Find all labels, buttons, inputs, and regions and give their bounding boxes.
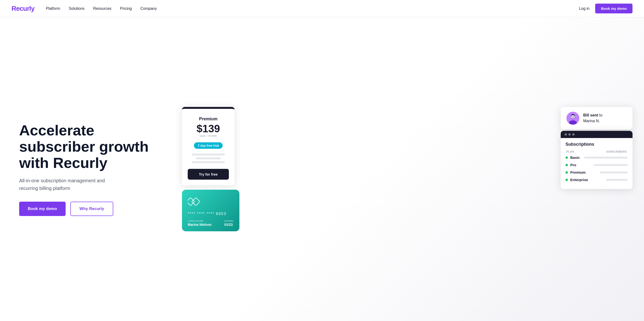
hero-content: Accelerate subscriber growth with Recurl… (19, 122, 172, 216)
plan-features-placeholder (188, 154, 229, 163)
col-plan: PLAN (566, 150, 574, 153)
feature-line-2 (196, 157, 220, 159)
plan-period: user / month (188, 134, 229, 138)
feature-line-3 (192, 161, 225, 163)
hero-title: Accelerate subscriber growth with Recurl… (19, 122, 172, 171)
col-subscribers: SUBSCRIBERS (606, 150, 627, 153)
subscriptions-title: Subscriptions (566, 142, 628, 147)
sub-table-header: PLAN SUBSCRIBERS (566, 150, 628, 153)
sub-row-pro: Pro (566, 163, 628, 167)
window-dot-3 (572, 133, 574, 136)
sub-name-enterprise: Enterprise (570, 178, 604, 182)
card-number: **** **** **** 8653 (188, 212, 234, 216)
logo[interactable]: Recurly (12, 5, 34, 12)
sub-dot-enterprise (566, 179, 568, 181)
sub-bar-pro (594, 164, 628, 166)
card-expires-section: EXPIRES 01/23 (224, 220, 234, 227)
card-holder-label: CARD HOLDER (188, 220, 212, 222)
subscriptions-body: Subscriptions PLAN SUBSCRIBERS Basic Pro (561, 138, 632, 189)
svg-point-4 (572, 116, 572, 117)
hero-subtitle: All-in-one subscription management and r… (19, 177, 172, 192)
hero-illustration: Premium $139 user / month 7 day free tri… (172, 102, 632, 236)
nav-item-platform[interactable]: Platform (46, 6, 60, 10)
credit-card: **** **** **** 8653 CARD HOLDER Marina N… (182, 190, 240, 231)
sub-bar-basic (584, 157, 628, 159)
try-free-button[interactable]: Try for free (188, 169, 229, 180)
bill-sent-card: Bill sent to Marina N. (561, 107, 632, 129)
subscriptions-card: Subscriptions PLAN SUBSCRIBERS Basic Pro (561, 131, 632, 189)
user-avatar (566, 112, 579, 125)
sub-row-enterprise: Enterprise (566, 178, 628, 182)
bill-text: Bill sent to Marina N. (583, 112, 602, 124)
sub-row-basic: Basic (566, 155, 628, 160)
main-nav: Recurly Platform Solutions Resources Pri… (0, 0, 644, 17)
card-expires-label: EXPIRES (224, 220, 234, 222)
why-recurly-button[interactable]: Why Recurly (70, 202, 113, 216)
card-expires-value: 01/23 (224, 223, 234, 227)
sub-name-basic: Basic (570, 155, 582, 160)
nav-item-solutions[interactable]: Solutions (69, 6, 84, 10)
sub-name-pro: Pro (570, 163, 591, 167)
hero-section: Accelerate subscriber growth with Recurl… (0, 17, 644, 321)
svg-point-5 (574, 116, 574, 117)
sub-dot-premium (566, 171, 568, 174)
plan-name: Premium (188, 116, 229, 121)
hero-buttons: Book my demo Why Recurly (19, 202, 172, 216)
nav-actions: Log in Book my demo (579, 3, 632, 13)
card-holder-section: CARD HOLDER Marina Nielson (188, 220, 212, 227)
sub-bar-enterprise (606, 179, 628, 181)
card-brand-logo (188, 196, 234, 206)
window-dot-1 (564, 133, 567, 136)
sub-dot-pro (566, 164, 568, 166)
svg-rect-7 (192, 198, 200, 206)
premium-plan-card: Premium $139 user / month 7 day free tri… (182, 107, 234, 185)
nav-item-pricing[interactable]: Pricing (120, 6, 132, 10)
feature-line-1 (192, 154, 225, 155)
card-meta: CARD HOLDER Marina Nielson EXPIRES 01/23 (188, 220, 234, 227)
plan-price: $139 (188, 123, 229, 134)
nav-cta-button[interactable]: Book my demo (595, 3, 632, 13)
window-dot-2 (568, 133, 571, 136)
nav-item-resources[interactable]: Resources (93, 6, 111, 10)
nav-links: Platform Solutions Resources Pricing Com… (46, 6, 579, 11)
login-link[interactable]: Log in (579, 6, 590, 11)
sub-row-premium: Premium (566, 170, 628, 174)
window-chrome (561, 131, 632, 138)
card-holder-value: Marina Nielson (188, 223, 212, 227)
book-demo-button[interactable]: Book my demo (19, 202, 66, 216)
sub-bar-premium (600, 172, 628, 173)
sub-name-premium: Premium (570, 170, 597, 174)
trial-badge: 7 day free trial (194, 142, 223, 149)
nav-item-company[interactable]: Company (140, 6, 157, 10)
svg-rect-6 (188, 198, 195, 206)
sub-dot-basic (566, 156, 568, 159)
